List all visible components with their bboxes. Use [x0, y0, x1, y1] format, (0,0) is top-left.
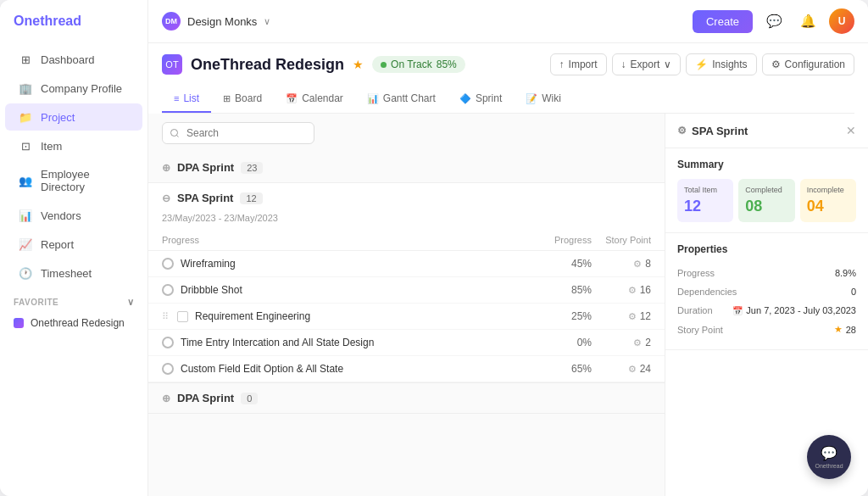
- task-checkbox[interactable]: [177, 311, 188, 322]
- chat-fab-button[interactable]: 💬 Onethread: [807, 435, 851, 479]
- total-item-value: 12: [684, 198, 726, 215]
- incomplete-value: 04: [807, 198, 849, 215]
- sprint-header-dpa-bottom[interactable]: ⊕ DPA Sprint 0: [148, 383, 665, 413]
- tab-wiki[interactable]: 📝 Wiki: [514, 86, 573, 113]
- project-icon: 📁: [19, 110, 32, 124]
- workspace-chevron-icon[interactable]: ∨: [264, 16, 270, 27]
- properties-section: Properties Progress 8.9% Dependencies 0 …: [665, 233, 868, 350]
- export-icon: ↓: [621, 59, 626, 70]
- sidebar-item-employee-directory[interactable]: 👥 Employee Directory: [5, 161, 142, 200]
- favorite-item-onethread-redesign[interactable]: Onethread Redesign: [0, 311, 147, 335]
- sidebar-item-label: Project: [41, 111, 75, 124]
- tab-sprint[interactable]: 🔷 Sprint: [448, 86, 514, 113]
- insights-icon: ⚡: [695, 59, 708, 70]
- prop-row-dependencies: Dependencies 0: [677, 282, 856, 301]
- project-title: OneThread Redesign: [191, 56, 344, 74]
- topbar-right: Create 💬 🔔 U: [693, 8, 854, 34]
- close-button[interactable]: ✕: [846, 124, 856, 137]
- star-icon[interactable]: ★: [353, 58, 364, 71]
- task-progress: 0%: [524, 337, 592, 348]
- gear-icon: ⚙: [633, 259, 642, 270]
- sidebar-nav: ⊞ Dashboard 🏢 Company Profile 📁 Project …: [0, 46, 147, 287]
- duration-prop-value: 📅 Jun 7, 2023 - July 03,2023: [732, 305, 856, 315]
- task-points: ⚙ 12: [592, 310, 651, 322]
- wiki-tab-icon: 📝: [526, 93, 537, 104]
- task-points: ⚙ 16: [592, 284, 651, 296]
- tab-gantt[interactable]: 📊 Gantt Chart: [355, 86, 448, 113]
- column-story-point-header: Story Point: [592, 235, 651, 245]
- task-name-cell: Wireframing: [162, 258, 524, 270]
- task-row[interactable]: ⠿ Requirement Engineering 25% ⚙ 12: [148, 304, 665, 330]
- task-name-cell: Custom Field Edit Option & All State: [162, 363, 524, 375]
- task-progress: 65%: [524, 363, 592, 375]
- report-icon: 📈: [19, 237, 32, 251]
- create-button[interactable]: Create: [693, 10, 753, 33]
- dashboard-icon: ⊞: [19, 53, 32, 66]
- sprint-name: DPA Sprint: [177, 392, 234, 404]
- dependencies-prop-value: 0: [851, 287, 856, 297]
- tab-board[interactable]: ⊞ Board: [211, 86, 274, 113]
- sidebar-item-label: Employee Directory: [41, 168, 129, 193]
- sidebar-item-dashboard[interactable]: ⊞ Dashboard: [5, 46, 142, 73]
- sidebar-item-label: Company Profile: [41, 82, 122, 95]
- configuration-button[interactable]: ⚙ Configuration: [762, 53, 854, 75]
- incomplete-card: Incomplete 04: [800, 179, 856, 222]
- calendar-tab-icon: 📅: [286, 93, 298, 104]
- task-name: Custom Field Edit Option & All State: [181, 363, 343, 375]
- gear-icon: ⚙: [628, 311, 637, 322]
- search-input[interactable]: [162, 122, 314, 144]
- sidebar-item-project[interactable]: 📁 Project: [5, 103, 142, 131]
- status-badge: On Track 85%: [372, 56, 465, 73]
- task-row[interactable]: Dribbble Shot 85% ⚙ 16: [148, 277, 665, 304]
- list-panel: ⊕ DPA Sprint 23 ⊖ SPA Sprint 12 23/May/2…: [148, 114, 665, 496]
- task-name: Dribbble Shot: [181, 284, 242, 296]
- chevron-down-icon: ∨: [127, 297, 135, 308]
- task-progress: 25%: [524, 310, 592, 322]
- user-avatar[interactable]: U: [829, 8, 854, 34]
- sidebar: Onethread ⊞ Dashboard 🏢 Company Profile …: [0, 0, 148, 496]
- summary-title: Summary: [677, 159, 856, 170]
- task-row[interactable]: Time Entry Intercation and All State Des…: [148, 330, 665, 356]
- bell-icon[interactable]: 🔔: [795, 8, 821, 34]
- chat-icon[interactable]: 💬: [761, 8, 787, 34]
- sprint-header-spa[interactable]: ⊖ SPA Sprint 12: [148, 183, 665, 213]
- sidebar-item-report[interactable]: 📈 Report: [5, 231, 142, 258]
- sprint-count: 23: [241, 162, 263, 174]
- sidebar-item-item[interactable]: ⊡ Item: [5, 132, 142, 159]
- incomplete-label: Incomplete: [807, 186, 849, 194]
- task-row[interactable]: Wireframing 45% ⚙ 8: [148, 251, 665, 277]
- employee-icon: 👥: [19, 174, 32, 187]
- insights-button[interactable]: ⚡ Insights: [686, 53, 756, 75]
- favorite-item-label: Onethread Redesign: [31, 317, 125, 329]
- gear-icon: ⚙: [628, 364, 637, 375]
- completed-label: Completed: [745, 186, 787, 194]
- drag-handle-icon: ⠿: [162, 311, 169, 322]
- sprint-name: SPA Sprint: [177, 192, 233, 204]
- topbar-left: DM Design Monks ∨: [162, 12, 270, 31]
- completed-card: Completed 08: [738, 179, 794, 222]
- task-name-cell: Dribbble Shot: [162, 284, 524, 296]
- sidebar-item-label: Timesheet: [41, 267, 92, 280]
- sidebar-item-vendors[interactable]: 📊 Vendors: [5, 202, 142, 229]
- sprint-count: 12: [240, 192, 262, 204]
- task-status-icon: [162, 337, 174, 348]
- export-button[interactable]: ↓ Export ∨: [612, 53, 682, 75]
- collapse-icon: ⊖: [162, 192, 170, 204]
- app-logo: Onethread: [0, 14, 147, 46]
- import-button[interactable]: ↑ Import: [550, 53, 607, 75]
- tab-list[interactable]: ≡ List: [162, 86, 211, 113]
- company-icon: 🏢: [19, 81, 32, 95]
- task-progress: 45%: [524, 258, 592, 270]
- logo-text: Onethread: [14, 14, 81, 28]
- sprint-group-dpa-bottom: ⊕ DPA Sprint 0: [148, 383, 665, 414]
- calendar-icon: 📅: [732, 306, 743, 315]
- sprint-header-dpa-top[interactable]: ⊕ DPA Sprint 23: [148, 153, 665, 182]
- workspace-name: Design Monks: [187, 15, 257, 28]
- task-row[interactable]: Custom Field Edit Option & All State 65%…: [148, 356, 665, 382]
- sidebar-item-company-profile[interactable]: 🏢 Company Profile: [5, 75, 142, 102]
- sidebar-item-timesheet[interactable]: 🕐 Timesheet: [5, 259, 142, 287]
- sprint-tab-icon: 🔷: [459, 93, 471, 104]
- sprint-date-range: 23/May/2023 - 23/May/2023: [148, 213, 665, 230]
- chat-fab-icon: 💬: [821, 445, 837, 461]
- tab-calendar[interactable]: 📅 Calendar: [274, 86, 355, 113]
